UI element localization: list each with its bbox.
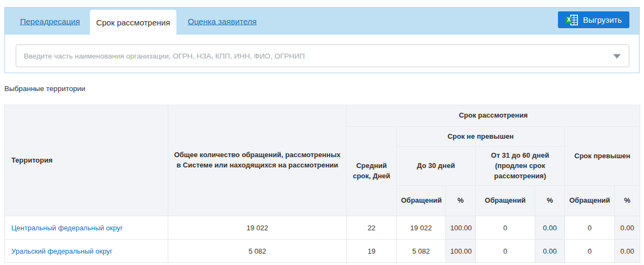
col-header-exceeded: Срок превышен — [565, 127, 640, 186]
31-60-count-cell: 0 — [476, 216, 535, 240]
up30-count-cell: 5 082 — [397, 240, 446, 263]
up30-count-cell: 19 022 — [397, 216, 446, 240]
organization-search-select[interactable]: Введите часть наименования организации, … — [16, 44, 629, 67]
table-row: Уральский федеральный округ 5 082 19 5 0… — [5, 240, 640, 263]
territory-link[interactable]: Уральский федеральный округ — [11, 247, 113, 255]
col-header-up-to-30: До 30 дней — [397, 147, 476, 186]
territory-cell: Уральский федеральный округ — [5, 240, 168, 263]
col-header-percent: % — [446, 186, 476, 216]
tab-ocenka-zayavitelya[interactable]: Оценка заявителя — [188, 17, 257, 26]
territory-cell: Центральный федеральный округ — [5, 216, 168, 240]
col-header-appeals: Обращений — [476, 186, 535, 216]
exceeded-pct-cell: 0.00 — [615, 240, 640, 263]
export-button[interactable]: X Выгрузить — [558, 11, 629, 28]
col-header-not-exceeded: Срок не превышен — [397, 127, 565, 147]
territory-link[interactable]: Центральный федеральный округ — [11, 224, 123, 232]
exceeded-count-cell: 0 — [565, 216, 615, 240]
col-header-period-group: Срок рассмотрения — [347, 105, 640, 127]
tab-srok-rassmotreniya[interactable]: Срок рассмотрения — [90, 10, 176, 35]
dropdown-caret-icon[interactable] — [613, 54, 621, 59]
col-header-avg-period: Средний срок, Дней — [347, 127, 397, 216]
review-period-table: Территория Общее количество обращений, р… — [4, 105, 640, 263]
col-header-percent: % — [535, 186, 565, 216]
31-60-pct-cell: 0.00 — [535, 216, 565, 240]
search-row: Введите часть наименования организации, … — [16, 44, 629, 67]
col-header-appeals: Обращений — [397, 186, 446, 216]
selected-territories-label: Выбранные территории — [4, 85, 86, 93]
col-header-31-to-60: От 31 до 60 дней (продлен срок рассмотре… — [476, 147, 565, 186]
col-header-appeals: Обращений — [565, 186, 615, 216]
avg-cell: 22 — [347, 216, 397, 240]
svg-text:X: X — [567, 17, 571, 23]
col-header-total: Общее количество обращений, рассмотренны… — [168, 105, 347, 216]
search-placeholder: Введите часть наименования организации, … — [24, 52, 305, 60]
col-header-percent: % — [615, 186, 640, 216]
total-cell: 19 022 — [168, 216, 347, 240]
total-cell: 5 082 — [168, 240, 347, 263]
exceeded-count-cell: 0 — [565, 240, 615, 263]
31-60-count-cell: 0 — [476, 240, 535, 263]
table-row: Центральный федеральный округ 19 022 22 … — [5, 216, 640, 240]
up30-pct-cell: 100.00 — [446, 216, 476, 240]
tab-pereadresaciya[interactable]: Переадресация — [20, 17, 80, 26]
up30-pct-cell: 100.00 — [446, 240, 476, 263]
excel-icon: X — [566, 15, 579, 25]
tab-bar: Переадресация Срок рассмотрения Оценка з… — [5, 8, 639, 35]
tab-srok-rassmotreniya-label: Срок рассмотрения — [96, 18, 170, 27]
31-60-pct-cell: 0.00 — [535, 240, 565, 263]
filter-panel: Переадресация Срок рассмотрения Оценка з… — [4, 7, 640, 73]
exceeded-pct-cell: 0.00 — [615, 216, 640, 240]
avg-cell: 19 — [347, 240, 397, 263]
export-button-label: Выгрузить — [583, 15, 622, 24]
col-header-territory: Территория — [5, 105, 168, 216]
